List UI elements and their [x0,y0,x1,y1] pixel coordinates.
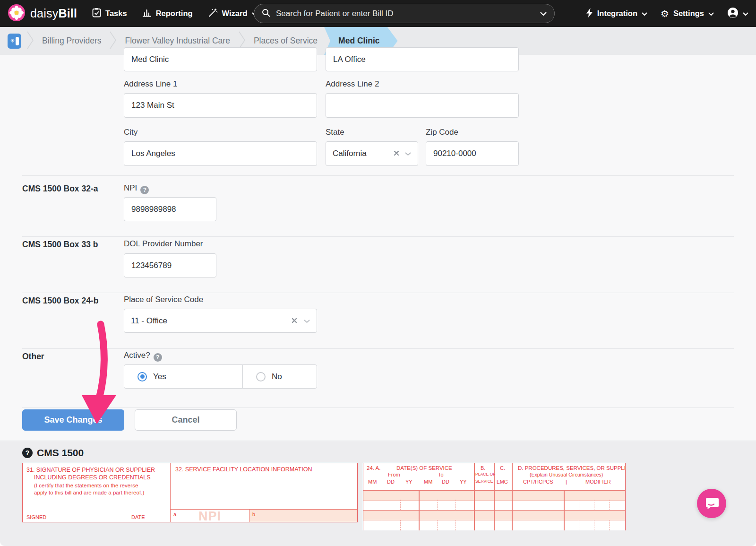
nav-account[interactable] [727,7,748,20]
box32-title: 32. SERVICE FACILITY LOCATION INFORMATIO… [171,463,357,476]
date-label: DATE [131,514,145,520]
app-page: daisyBill Tasks [0,0,756,546]
col-d-label: D. PROCEDURES, SERVICES, OR SUPPLIES [518,465,626,471]
section-divider [22,236,734,237]
nav-settings[interactable]: ⚙ Settings [661,9,714,18]
breadcrumb-separator [110,31,116,52]
billing-provider-home-icon[interactable]: ✳ [8,34,21,49]
radio-yes[interactable]: Yes [124,365,243,388]
chat-bubble-icon [704,495,720,511]
save-changes-button[interactable]: Save Changes [22,409,124,431]
chat-support-button[interactable] [697,489,726,518]
chevron-down-icon[interactable] [405,149,411,158]
nav-tasks-label: Tasks [105,9,127,18]
other-row-label: Other [22,352,44,362]
place-nickname-input[interactable] [326,47,519,71]
section-divider [22,407,734,408]
address-line-1-label: Address Line 1 [124,79,177,89]
signed-label: SIGNED [26,514,46,520]
cms-box-24b-row-label: CMS 1500 Box 24-b [22,296,98,306]
zip-code-label: Zip Code [426,128,458,137]
cms-box-33b-row-label: CMS 1500 Box 33 b [22,240,98,250]
nav-integration[interactable]: Integration [586,8,647,19]
clear-x-icon[interactable] [394,149,399,158]
col-c-label: C. [500,465,505,471]
npi-label: NPI? [124,183,149,194]
radio-no-label: No [272,372,282,381]
cms-box31-box32-preview: 31. SIGNATURE OF PHYSICIAN OR SUPPLIER I… [22,463,358,522]
chevron-down-icon [743,9,748,18]
chevron-down-icon [708,9,714,18]
reporting-chart-icon [142,8,152,19]
cms-1500-preview-section: ? CMS 1500 31. SIGNATURE OF PHYSICIAN OR… [0,441,756,546]
section-divider [22,175,734,176]
nav-reporting-label: Reporting [156,9,193,18]
cms-service-row [363,511,625,530]
radio-unselected-icon [256,372,266,381]
section-divider [22,293,734,293]
place-name-input[interactable] [124,47,317,71]
box32a-cell: a. NPI [171,510,249,522]
dol-provider-number-label: DOL Provider Number [124,239,203,249]
user-account-icon [727,7,739,20]
state-select[interactable]: California [326,141,418,166]
cms-service-row [363,491,625,511]
cms-box-32a-row-label: CMS 1500 Box 32-a [22,184,98,194]
place-of-service-code-select[interactable]: 11 - Office [124,309,317,333]
help-icon[interactable]: ? [22,448,33,458]
nav-tasks[interactable]: Tasks [92,8,127,19]
active-radio-group: Yes No [124,364,317,389]
nav-settings-label: Settings [673,9,704,18]
breadcrumb-places-of-service[interactable]: Places of Service [254,36,318,46]
radio-yes-label: Yes [153,372,166,381]
chevron-down-icon [642,9,647,18]
radio-no[interactable]: No [243,365,317,388]
lightning-bolt-icon [586,8,593,19]
daisy-flower-icon [8,4,26,24]
help-icon[interactable]: ? [140,186,149,194]
cancel-button[interactable]: Cancel [135,409,237,431]
active-label: Active?? [124,351,162,362]
global-search[interactable] [254,4,555,23]
search-input[interactable] [275,9,535,19]
nav-integration-label: Integration [597,9,637,18]
breadcrumb-billing-provider-name[interactable]: Flower Valley Industrial Care [125,36,230,46]
cms-box-31: 31. SIGNATURE OF PHYSICIAN OR SUPPLIER I… [23,463,171,522]
nav-wizard-label: Wizard [222,9,248,18]
cms-1500-title: CMS 1500 [37,447,84,459]
col-24a-label: 24. A. [367,465,380,471]
box31-title: 31. SIGNATURE OF PHYSICIAN OR SUPPLIER [26,466,166,474]
daisybill-logo[interactable]: daisyBill [8,4,77,24]
wizard-wand-icon [208,8,218,19]
pos-selected-value: 11 - Office [131,316,292,326]
cms-box-32: 32. SERVICE FACILITY LOCATION INFORMATIO… [171,463,357,522]
tasks-clipboard-icon [92,8,101,19]
nav-wizard[interactable]: Wizard [208,8,258,19]
address-line-1-input[interactable] [124,93,317,118]
search-icon [262,9,270,19]
city-label: City [124,128,137,137]
dol-provider-number-input[interactable] [124,253,216,277]
chevron-down-icon[interactable] [304,316,310,326]
top-navbar: daisyBill Tasks [0,0,756,27]
clear-x-icon[interactable] [292,316,297,326]
city-input[interactable] [124,141,317,166]
place-of-service-code-label: Place of Service Code [124,295,203,304]
address-line-2-label: Address Line 2 [326,79,379,89]
address-line-2-input[interactable] [326,93,519,118]
zip-code-input[interactable] [426,141,519,166]
gear-icon: ⚙ [661,9,669,18]
cms-box-24-preview: 24. A. DATE(S) OF SERVICE From To MM DD … [363,463,626,530]
box32b-cell: b. [249,510,357,522]
state-label: State [326,128,344,137]
section-divider [22,348,734,349]
chevron-down-icon[interactable] [540,9,547,18]
state-selected-value: California [333,149,394,158]
help-icon[interactable]: ? [154,353,162,362]
npi-input[interactable] [124,197,216,221]
nav-reporting[interactable]: Reporting [142,8,193,19]
breadcrumb-billing-providers[interactable]: Billing Providers [42,36,101,46]
radio-selected-icon [137,372,147,381]
col-b-label: B. [481,465,485,471]
brand-name: daisyBill [30,7,77,20]
